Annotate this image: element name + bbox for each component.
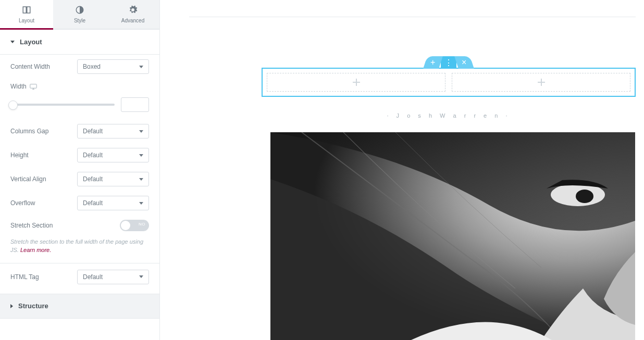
divider (189, 17, 636, 17)
label-vertical-align: Vertical Align (10, 175, 77, 183)
plus-icon (353, 79, 360, 86)
chevron-down-icon (139, 178, 143, 181)
contrast-icon (75, 5, 84, 16)
empty-column-2[interactable] (452, 73, 630, 92)
edit-section-button[interactable]: ⋮⋮⋮ (441, 56, 456, 69)
select-value: Default (83, 152, 103, 159)
editor-sidebar: Layout Style Advanced Layout Content Wid… (0, 0, 160, 340)
preview-canvas: + ⋮⋮⋮ × · J o s h W a r r e n · (160, 0, 644, 340)
plus-icon (538, 79, 545, 86)
tab-layout[interactable]: Layout (0, 0, 53, 29)
delete-section-button[interactable]: × (454, 56, 474, 69)
tab-label: Style (74, 18, 85, 23)
chevron-down-icon (139, 130, 143, 133)
label-columns-gap: Columns Gap (10, 128, 77, 135)
select-overflow[interactable]: Default (77, 196, 149, 210)
chevron-down-icon (139, 275, 143, 278)
select-html-tag[interactable]: Default (77, 270, 149, 284)
close-icon: × (462, 58, 466, 67)
section-handles: + ⋮⋮⋮ × (425, 56, 472, 69)
selected-section[interactable]: + ⋮⋮⋮ × (262, 68, 636, 97)
author-label: · J o s h W a r r e n · (262, 112, 636, 119)
chevron-down-icon (139, 202, 143, 205)
chevron-down-icon (139, 154, 143, 157)
label-content-width: Content Width (10, 63, 77, 70)
width-slider[interactable] (10, 104, 115, 106)
label-overflow: Overflow (10, 199, 77, 207)
toggle-stretch[interactable]: NO (120, 220, 149, 231)
tab-label: Advanced (121, 18, 144, 23)
panel-tabs: Layout Style Advanced (0, 0, 159, 30)
caret-down-icon (10, 41, 15, 43)
desktop-icon (30, 84, 37, 90)
tab-style[interactable]: Style (53, 0, 106, 29)
width-input[interactable] (121, 97, 149, 112)
label-html-tag: HTML Tag (10, 273, 77, 281)
select-content-width[interactable]: Boxed (77, 59, 149, 74)
section-header-structure[interactable]: Structure (0, 294, 159, 319)
tab-label: Layout (19, 18, 34, 23)
label-height: Height (10, 152, 77, 159)
label-width: Width (10, 83, 77, 90)
section-title: Layout (20, 38, 42, 46)
select-value: Default (83, 128, 103, 135)
caret-right-icon (10, 304, 13, 308)
select-value: Boxed (83, 63, 101, 70)
svg-rect-1 (30, 84, 36, 88)
select-columns-gap[interactable]: Default (77, 124, 149, 138)
layout-controls-bottom: HTML Tag Default (0, 263, 159, 294)
chevron-down-icon (139, 66, 143, 68)
select-height[interactable]: Default (77, 148, 149, 162)
section-header-layout[interactable]: Layout (0, 30, 159, 55)
hero-image (270, 132, 635, 340)
tab-advanced[interactable]: Advanced (106, 0, 159, 29)
select-value: Default (83, 175, 103, 183)
learn-more-link[interactable]: Learn more. (20, 247, 51, 253)
layout-controls: Content Width Boxed Width Columns Gap (0, 55, 159, 263)
gear-icon (128, 5, 138, 16)
plus-icon: + (430, 58, 435, 67)
select-value: Default (83, 199, 103, 207)
select-value: Default (83, 273, 103, 281)
empty-column-1[interactable] (267, 73, 445, 92)
label-stretch: Stretch Section (10, 222, 120, 229)
section-columns (263, 69, 635, 96)
stretch-help-text: Stretch the section to the full width of… (10, 236, 149, 263)
section-title: Structure (18, 302, 48, 310)
toggle-label: NO (139, 222, 145, 226)
svg-point-4 (576, 190, 593, 203)
select-vertical-align[interactable]: Default (77, 172, 149, 186)
columns-icon (22, 5, 31, 16)
